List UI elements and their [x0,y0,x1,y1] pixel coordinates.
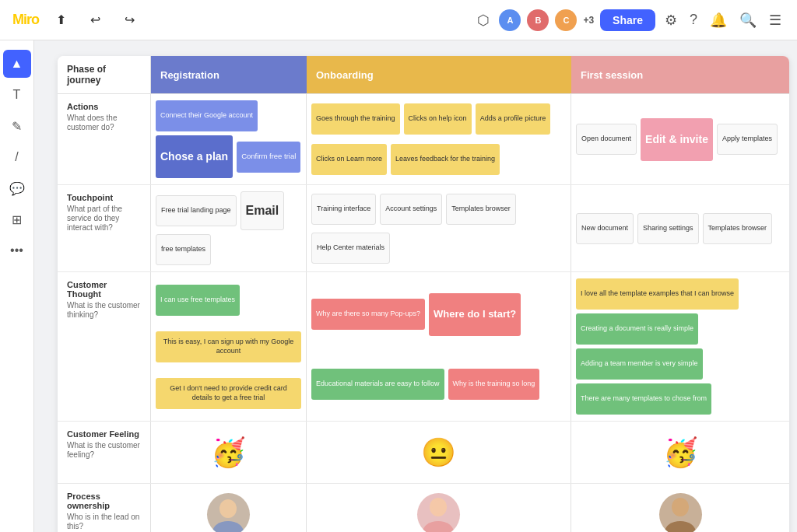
ownership-onb [307,484,571,532]
ownership-reg [151,484,307,532]
touchpoint-reg: Free trial landing page Email free templ… [151,185,307,271]
actions-label: Actions What does the customer do? [58,94,151,184]
touchpoint-onb: Training interface Account settings Temp… [307,185,571,271]
notifications-icon[interactable]: 🔔 [707,9,730,32]
upload-button[interactable]: ⬆ [48,8,73,33]
sticky-new-doc: New document [576,213,634,244]
ownership-fs [571,484,789,532]
touchpoint-fs: New document Sharing settings Templates … [571,185,789,271]
phase-registration: Registration [151,56,307,93]
comment-tool[interactable]: 💬 [3,174,31,202]
touchpoint-label: Touchpoint What part of the service do t… [58,185,151,271]
more-tools[interactable]: ••• [3,236,31,264]
sticky-easy-signup: This is easy, I can sign up with my Goog… [156,331,301,362]
canvas: Phase of journey Registration Onboarding… [34,40,797,532]
thought-fs: I love all the template examples that I … [571,272,789,421]
text-tool[interactable]: T [3,81,31,109]
toolbar-right: ⬡ A B C +3 Share ⚙ ? 🔔 🔍 ☰ [474,9,785,32]
note-tool[interactable]: ✎ [3,112,31,140]
sticky-team-simple: Adding a team member is very simple [576,348,703,380]
phase-header-row: Phase of journey Registration Onboarding… [58,56,789,94]
svg-point-5 [432,500,444,514]
sticky-use-free: I can use free templates [156,285,240,316]
actions-onb: Goes through the training Clicks on help… [307,94,571,184]
feeling-fs-emoji: 🥳 [663,436,698,469]
sticky-free-templates-tp: free templates [156,234,211,265]
sticky-help-center: Help Center materials [311,233,390,264]
sticky-many-popups: Why are there so many Pop-ups? [311,299,425,330]
sticky-templates-browser-fs: Templates browser [703,213,773,244]
thought-onb: Why are there so many Pop-ups? Where do … [307,272,571,421]
ownership-row: Process ownership Who is in the lead on … [58,484,789,532]
sticky-templates-browser: Templates browser [446,194,516,225]
toolbar: Miro ⬆ ↩ ↪ ⬡ A B C +3 Share ⚙ ? 🔔 🔍 ☰ [0,0,797,40]
phase-label: Phase of journey [58,56,151,93]
owner-reg-avatar [207,493,250,532]
sticky-email: Email [241,191,285,230]
feeling-row: Customer Feeling What is the customer fe… [58,422,789,484]
sticky-clicks-help: Clicks on help icon [404,103,472,135]
line-tool[interactable]: / [3,143,31,171]
phase-firstsession: First session [571,56,789,93]
sticky-no-credit: Get I don't need to provide credit card … [156,378,301,409]
sticky-creating-simple: Creating a document is really simple [576,313,698,345]
svg-point-8 [674,500,686,514]
actions-reg: Connect their Google account Chose a pla… [151,94,307,184]
actions-fs: Open document Edit & invite Apply templa… [571,94,789,184]
select-tool[interactable]: ▲ [3,50,31,78]
settings-icon[interactable]: ⚙ [662,9,680,32]
feeling-onb-emoji: 😐 [421,436,456,469]
sticky-open-doc: Open document [576,124,637,155]
sticky-leaves-feedback: Leaves feedback for the training [391,144,500,175]
actions-row: Actions What does the customer do? Conne… [58,94,789,185]
sticky-love-templates: I love all the template examples that I … [576,278,739,310]
avatar-3: C [555,9,577,31]
sticky-many-templates: There are many templates to chose from [576,383,711,415]
phase-onboarding: Onboarding [307,56,571,93]
thought-label: Customer Thought What is the customer th… [58,272,151,421]
svg-point-1 [212,521,244,532]
sticky-landing-page: Free trial landing page [156,195,237,226]
sticky-account-settings: Account settings [380,194,442,225]
sticky-edit-invite: Edit & invite [641,118,713,161]
share-button[interactable]: Share [600,9,655,31]
feeling-fs: 🥳 [571,422,789,483]
avatar-1: A [499,9,521,31]
sticky-connect-google: Connect their Google account [156,100,258,131]
thought-row: Customer Thought What is the customer th… [58,272,789,422]
frame-tool[interactable]: ⊞ [3,205,31,233]
feeling-reg: 🥳 [151,422,307,483]
owner-onb-avatar [417,493,460,532]
undo-button[interactable]: ↩ [83,8,107,33]
toolbar-left: Miro ⬆ ↩ ↪ [12,8,142,33]
sticky-where-start: Where do I start? [429,293,521,336]
feeling-onb: 😐 [307,422,571,483]
menu-icon[interactable]: ☰ [766,9,785,32]
avatar-2: B [527,9,549,31]
svg-point-2 [222,502,234,516]
sticky-chose-plan: Chose a plan [156,135,233,178]
sticky-training-interface: Training interface [311,194,376,225]
sticky-adds-profile: Adds a profile picture [476,103,551,135]
owner-fs-avatar [659,493,702,532]
ownership-label: Process ownership Who is in the lead on … [58,484,151,532]
svg-point-7 [665,521,696,532]
cursor-icon: ⬡ [474,9,493,32]
redo-button[interactable]: ↪ [117,8,142,33]
sticky-apply-templates: Apply templates [717,124,778,155]
sticky-confirm-trial: Confirm free trial [237,142,300,173]
touchpoint-row: Touchpoint What part of the service do t… [58,185,789,272]
svg-point-4 [423,521,454,532]
sticky-goes-training: Goes through the training [311,103,400,135]
feeling-reg-emoji: 🥳 [211,436,246,469]
sticky-sharing-settings: Sharing settings [637,213,699,244]
miro-logo: Miro [12,12,39,28]
left-sidebar: ▲ T ✎ / 💬 ⊞ ••• [0,40,34,532]
sticky-easy-follow: Educational materials are easy to follow [311,369,444,400]
search-icon[interactable]: 🔍 [736,9,760,32]
feeling-label: Customer Feeling What is the customer fe… [58,422,151,483]
sticky-clicks-learn: Clicks on Learn more [311,144,387,175]
avatar-extra-count: +3 [583,15,594,26]
journey-map: Phase of journey Registration Onboarding… [58,56,789,532]
help-icon[interactable]: ? [686,9,700,31]
